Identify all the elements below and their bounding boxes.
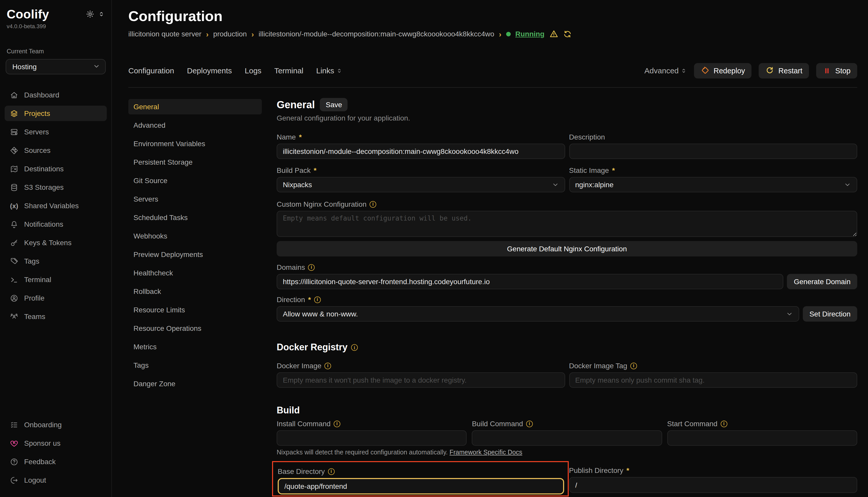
static-image-select[interactable]: nginx:alpine — [569, 177, 857, 192]
subnav-persistent-storage[interactable]: Persistent Storage — [128, 154, 262, 170]
tab-bar: Configuration Deployments Logs Terminal … — [128, 62, 857, 88]
tab-terminal[interactable]: Terminal — [274, 66, 303, 75]
docker-image-tag-label: Docker Image Tag — [569, 361, 627, 370]
info-icon[interactable]: i — [351, 344, 358, 351]
description-input[interactable] — [569, 144, 857, 159]
info-icon[interactable]: i — [325, 363, 331, 369]
set-direction-button[interactable]: Set Direction — [803, 306, 857, 322]
key-icon — [10, 238, 18, 247]
required-marker: * — [308, 295, 311, 304]
info-icon[interactable]: i — [526, 420, 533, 427]
sidebar: Coolify v4.0.0-beta.399 Current Team — [0, 0, 112, 497]
team-select-value: Hosting — [12, 62, 37, 71]
breadcrumb-application[interactable]: illicitestonion/-module--decomposition:m… — [259, 30, 494, 38]
theme-selector-icon[interactable] — [98, 11, 105, 17]
framework-docs-link[interactable]: Framework Specific Docs — [450, 449, 522, 456]
breadcrumb-project[interactable]: illicitonion quote server — [128, 30, 202, 38]
info-icon[interactable]: i — [720, 420, 727, 427]
build-heading: Build — [277, 405, 300, 416]
redeploy-icon — [701, 66, 709, 75]
info-icon[interactable]: i — [370, 201, 376, 208]
subnav-preview-deployments[interactable]: Preview Deployments — [128, 247, 262, 262]
stop-button[interactable]: Stop — [816, 63, 857, 78]
required-marker: * — [314, 166, 316, 174]
redeploy-button[interactable]: Redeploy — [694, 63, 752, 78]
generate-domain-button[interactable]: Generate Domain — [787, 274, 857, 289]
subnav-danger-zone[interactable]: Danger Zone — [128, 376, 262, 391]
subnav-environment-variables[interactable]: Environment Variables — [128, 136, 262, 151]
sidebar-item-destinations[interactable]: Destinations — [5, 161, 107, 176]
build-pack-label: Build Pack — [277, 166, 311, 174]
build-pack-select[interactable]: Nixpacks — [277, 177, 565, 192]
domains-input[interactable] — [277, 274, 784, 289]
subnav-metrics[interactable]: Metrics — [128, 339, 262, 354]
restart-button[interactable]: Restart — [759, 63, 809, 78]
publish-directory-input[interactable] — [569, 477, 857, 493]
sidebar-item-shared-variables[interactable]: (x) Shared Variables — [5, 198, 107, 213]
sidebar-item-servers[interactable]: Servers — [5, 124, 107, 140]
breadcrumb-environment[interactable]: production — [213, 30, 247, 38]
info-icon[interactable]: i — [308, 264, 315, 271]
sidebar-item-terminal[interactable]: Terminal — [5, 272, 107, 287]
start-command-input[interactable] — [667, 430, 857, 446]
tab-configuration[interactable]: Configuration — [128, 66, 174, 75]
subnav-tags[interactable]: Tags — [128, 357, 262, 373]
sidebar-item-teams[interactable]: Teams — [5, 309, 107, 324]
build-command-input[interactable] — [472, 430, 662, 446]
status-running-link[interactable]: Running — [515, 30, 545, 38]
subnav-healthcheck[interactable]: Healthcheck — [128, 265, 262, 281]
subnav-general[interactable]: General — [128, 99, 262, 114]
base-directory-input[interactable] — [278, 478, 564, 494]
warning-icon[interactable] — [549, 29, 558, 39]
user-circle-icon — [10, 294, 18, 302]
required-marker: * — [626, 466, 629, 474]
subnav-resource-operations[interactable]: Resource Operations — [128, 321, 262, 336]
docker-image-input[interactable] — [277, 372, 565, 388]
theme-sun-icon[interactable] — [86, 10, 94, 18]
subnav-rollback[interactable]: Rollback — [128, 284, 262, 299]
sidebar-item-notifications[interactable]: Notifications — [5, 216, 107, 232]
sidebar-item-dashboard[interactable]: Dashboard — [5, 87, 107, 103]
sidebar-item-keys-tokens[interactable]: Keys & Tokens — [5, 235, 107, 250]
info-icon[interactable]: i — [314, 296, 320, 303]
tab-logs[interactable]: Logs — [245, 66, 262, 75]
info-icon[interactable]: i — [328, 468, 335, 475]
chevron-down-icon — [552, 181, 559, 188]
app-logo[interactable]: Coolify — [7, 7, 49, 22]
sidebar-item-projects[interactable]: Projects — [5, 106, 107, 121]
refresh-icon[interactable] — [563, 29, 571, 38]
team-select[interactable]: Hosting — [6, 59, 106, 74]
subnav-resource-limits[interactable]: Resource Limits — [128, 302, 262, 317]
sidebar-item-label: Terminal — [24, 275, 51, 284]
subnav-servers[interactable]: Servers — [128, 191, 262, 207]
subnav-webhooks[interactable]: Webhooks — [128, 228, 262, 244]
sidebar-item-onboarding[interactable]: Onboarding — [5, 417, 107, 432]
publish-directory-label: Publish Directory — [569, 466, 623, 474]
tab-links[interactable]: Links — [316, 66, 342, 75]
general-heading: General — [277, 99, 315, 111]
subnav-scheduled-tasks[interactable]: Scheduled Tasks — [128, 210, 262, 225]
selector-icon — [336, 68, 342, 74]
heart-handshake-icon — [10, 439, 18, 448]
sidebar-item-sponsor-us[interactable]: Sponsor us — [5, 436, 107, 451]
subnav-advanced[interactable]: Advanced — [128, 117, 262, 133]
sidebar-item-tags[interactable]: Tags — [5, 253, 107, 269]
direction-select[interactable]: Allow www & non-www. — [277, 306, 799, 322]
docker-image-tag-input[interactable] — [569, 372, 857, 388]
subnav-git-source[interactable]: Git Source — [128, 173, 262, 188]
selector-icon — [681, 68, 687, 74]
sidebar-item-logout[interactable]: Logout — [5, 472, 107, 488]
info-icon[interactable]: i — [630, 363, 637, 369]
sidebar-item-profile[interactable]: Profile — [5, 290, 107, 306]
sidebar-item-feedback[interactable]: Feedback — [5, 454, 107, 469]
generate-nginx-button[interactable]: Generate Default Nginx Configuration — [277, 241, 857, 256]
tab-deployments[interactable]: Deployments — [187, 66, 232, 75]
info-icon[interactable]: i — [334, 420, 340, 427]
sidebar-item-sources[interactable]: Sources — [5, 143, 107, 158]
advanced-dropdown[interactable]: Advanced — [645, 66, 687, 75]
nginx-config-textarea[interactable] — [277, 211, 857, 237]
install-command-input[interactable] — [277, 430, 467, 446]
name-input[interactable] — [277, 144, 565, 159]
save-button[interactable]: Save — [320, 98, 348, 111]
sidebar-item-s3-storages[interactable]: S3 Storages — [5, 180, 107, 195]
